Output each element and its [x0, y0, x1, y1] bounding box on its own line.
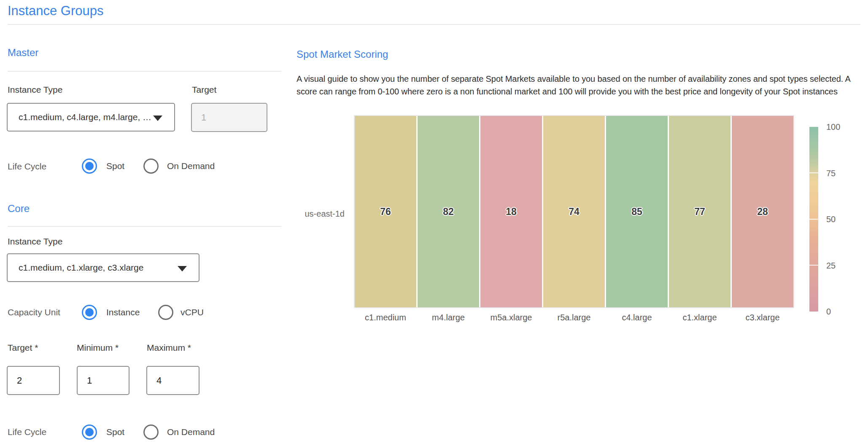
- master-life-cycle-option-spot[interactable]: Spot: [106, 161, 124, 172]
- master-life-cycle-label: Life Cycle: [8, 161, 46, 172]
- scoring-section-heading: Spot Market Scoring: [297, 48, 388, 61]
- colorbar-tick-75: 75: [826, 167, 856, 179]
- heatmap-x-label-r5a.large: r5a.large: [543, 313, 605, 322]
- heatmap-cell-m4.large: 82: [418, 116, 479, 307]
- core-maximum-label: Maximum *: [147, 342, 191, 353]
- core-life-cycle-label: Life Cycle: [8, 427, 46, 438]
- master-divider: [8, 71, 282, 72]
- heatmap-cell-c1.xlarge: 77: [669, 116, 731, 307]
- heatmap-x-label-c4.large: c4.large: [606, 313, 668, 322]
- chevron-down-icon: [153, 116, 162, 121]
- core-target-input[interactable]: [7, 366, 60, 395]
- core-minimum-input[interactable]: [77, 366, 129, 395]
- core-divider: [8, 226, 282, 227]
- heatmap-cell-value: 77: [694, 206, 705, 218]
- master-instance-type-label: Instance Type: [8, 84, 62, 95]
- master-section-heading: Master: [8, 46, 38, 59]
- core-section-heading: Core: [8, 202, 30, 215]
- colorbar-separator-25: [809, 265, 818, 266]
- heatmap-cell-c3.xlarge: 28: [732, 116, 793, 307]
- colorbar-tick-50: 50: [826, 213, 856, 225]
- heatmap-cell-value: 18: [506, 206, 517, 218]
- core-instance-type-value: c1.medium, c1.xlarge, c3.xlarge: [19, 263, 143, 273]
- instance-groups-page: Instance Groups Master Instance Type c1.…: [0, 0, 868, 446]
- heatmap-cell-c4.large: 85: [606, 116, 668, 307]
- colorbar-separator-50: [809, 219, 818, 220]
- heatmap-cell-value: 76: [380, 206, 391, 218]
- master-target-label: Target: [192, 84, 216, 95]
- heatmap-x-label-m5a.xlarge: m5a.xlarge: [480, 313, 542, 322]
- heatmap-plot: 76821874857728: [354, 115, 794, 308]
- heatmap-x-label-c1.medium: c1.medium: [355, 313, 416, 322]
- master-life-cycle-option-on-demand[interactable]: On Demand: [167, 161, 215, 172]
- scoring-description: A visual guide to show you the number of…: [297, 73, 867, 98]
- heatmap-cell-r5a.large: 74: [543, 116, 605, 307]
- core-life-cycle-radio-on-demand[interactable]: [143, 425, 159, 440]
- core-capacity-unit-label: Capacity Unit: [8, 307, 60, 318]
- chevron-down-icon: [178, 266, 187, 271]
- core-capacity-unit-radio-instance[interactable]: [82, 305, 97, 320]
- core-life-cycle-radio-spot[interactable]: [82, 425, 97, 440]
- heatmap-colorbar: [809, 127, 818, 312]
- core-capacity-unit-option-instance[interactable]: Instance: [106, 307, 140, 318]
- heatmap-cell-value: 28: [757, 206, 768, 218]
- heatmap-x-label-c3.xlarge: c3.xlarge: [732, 313, 793, 322]
- colorbar-tick-25: 25: [826, 260, 856, 271]
- colorbar-tick-0: 0: [826, 306, 856, 317]
- core-instance-type-select[interactable]: c1.medium, c1.xlarge, c3.xlarge: [7, 253, 199, 282]
- heatmap-cell-c1.medium: 76: [355, 116, 416, 307]
- master-instance-type-select[interactable]: c1.medium, c4.large, m4.large, …: [7, 103, 175, 132]
- colorbar-tick-100: 100: [826, 121, 856, 133]
- heatmap-x-label-c1.xlarge: c1.xlarge: [669, 313, 731, 322]
- core-minimum-label: Minimum *: [77, 342, 119, 353]
- colorbar-separator-75: [809, 172, 818, 173]
- core-life-cycle-option-spot[interactable]: Spot: [106, 427, 124, 438]
- heatmap-cell-value: 85: [631, 206, 642, 218]
- core-instance-type-label: Instance Type: [8, 236, 62, 247]
- heatmap-cell-value: 74: [569, 206, 580, 218]
- master-target-input[interactable]: [191, 103, 267, 132]
- master-life-cycle-radio-spot[interactable]: [82, 159, 97, 174]
- core-capacity-unit-option-vcpu[interactable]: vCPU: [181, 307, 204, 318]
- heatmap-row-label: us-east-1d: [291, 208, 345, 219]
- heatmap-cell-m5a.xlarge: 18: [480, 116, 542, 307]
- master-instance-type-value: c1.medium, c4.large, m4.large, …: [19, 112, 151, 122]
- heatmap-x-label-m4.large: m4.large: [418, 313, 479, 322]
- page-title: Instance Groups: [8, 3, 103, 19]
- core-target-label: Target *: [8, 342, 38, 353]
- core-maximum-input[interactable]: [146, 366, 199, 395]
- header-divider: [8, 24, 860, 25]
- core-life-cycle-option-on-demand[interactable]: On Demand: [167, 427, 215, 438]
- heatmap-cell-value: 82: [443, 206, 454, 218]
- core-capacity-unit-radio-vcpu[interactable]: [158, 305, 173, 320]
- master-life-cycle-radio-on-demand[interactable]: [143, 159, 159, 174]
